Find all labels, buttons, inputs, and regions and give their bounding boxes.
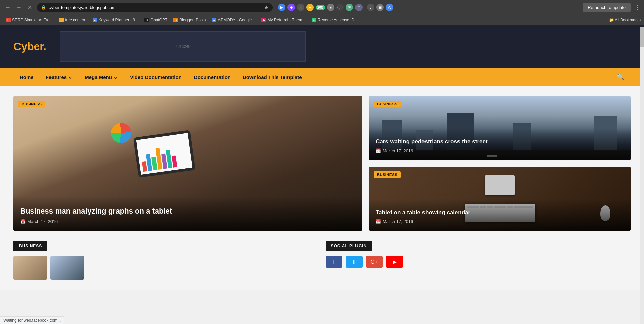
site-header: Cyber. 728x90 bbox=[0, 25, 644, 68]
card2-date-text: March 17, 2016 bbox=[383, 219, 413, 224]
business-thumb-2[interactable] bbox=[50, 256, 84, 280]
logo-text: Cyber bbox=[13, 40, 43, 53]
profile-icon[interactable]: A bbox=[386, 4, 393, 11]
nav-buttons: ← → ✕ bbox=[3, 3, 34, 12]
business-section: BUSINESS bbox=[13, 241, 319, 280]
calendar-icon: 📅 bbox=[20, 219, 26, 224]
website-content: Cyber. 728x90 Home Features ⌄ Mega Menu … bbox=[0, 25, 644, 290]
business-section-header: BUSINESS bbox=[13, 241, 319, 251]
trackpad bbox=[485, 175, 515, 195]
ext-icon-3[interactable]: △ bbox=[297, 4, 304, 11]
post-card-keyboard[interactable]: BUSINESS Tablet on a table showing calen… bbox=[369, 167, 631, 231]
scroll-thumb[interactable] bbox=[640, 27, 644, 47]
bar7 bbox=[172, 155, 177, 167]
right-column: BUSINESS Cars waiting pedestrians cross … bbox=[369, 96, 631, 231]
ext-icon-5[interactable]: ■ bbox=[327, 4, 334, 11]
nav-features[interactable]: Features ⌄ bbox=[40, 69, 79, 85]
nav-video-docs[interactable]: Video Documentation bbox=[124, 69, 188, 85]
post-card-city[interactable]: BUSINESS Cars waiting pedestrians cross … bbox=[369, 96, 631, 160]
browser-chrome: ← → ✕ 🔒 ★ ▶ ◆ △ ● 200 ■ </> ✉ ◻ ⇓ ▣ A Re… bbox=[0, 0, 644, 25]
ext-icon-6[interactable]: </> bbox=[336, 4, 344, 11]
nav-mega-menu[interactable]: Mega Menu ⌄ bbox=[78, 69, 124, 85]
bookmark-star-icon[interactable]: ★ bbox=[264, 4, 269, 11]
nav-mega-label: Mega Menu bbox=[84, 74, 112, 80]
address-bar[interactable] bbox=[49, 5, 261, 10]
nav-docs-label: Documentation bbox=[194, 74, 231, 80]
bottom-sections: BUSINESS SOCIAL PLUGIN f 𝕋 bbox=[13, 241, 631, 280]
ext-icon-7[interactable]: ✉ bbox=[346, 4, 353, 11]
nav-video-label: Video Documentation bbox=[130, 74, 182, 80]
bookmark-blogger-label: Blogger: Posts bbox=[179, 18, 206, 22]
relaunch-button[interactable]: Relaunch to update bbox=[583, 3, 631, 12]
cast-icon[interactable]: ▣ bbox=[376, 4, 384, 11]
chart-container bbox=[136, 133, 192, 175]
bookmark-referral[interactable]: ◆ My Referral - Them... bbox=[259, 17, 308, 23]
googleplus-button[interactable]: G+ bbox=[366, 256, 383, 268]
ext-icon-8[interactable]: ◻ bbox=[355, 4, 363, 11]
ext-icon-4[interactable]: ● bbox=[306, 4, 314, 11]
twitter-button[interactable]: 𝕋 bbox=[346, 256, 363, 268]
business-thumbnails bbox=[13, 256, 319, 280]
social-section-header: SOCIAL PLUGIN bbox=[326, 241, 631, 251]
bookmark-referral-label: My Referral - Them... bbox=[267, 18, 305, 22]
card2-overlay: Tablet on a table showing calendar 📅 Mar… bbox=[369, 199, 631, 231]
social-plugin-section: SOCIAL PLUGIN f 𝕋 G+ ▶ bbox=[326, 241, 631, 280]
bookmark-keyword-label: Keyword Planner - 9... bbox=[99, 18, 139, 22]
menu-dots[interactable]: ⋮ bbox=[635, 4, 641, 11]
ad-size-label: 728x90 bbox=[175, 44, 191, 49]
bookmark-chatgpt-label: ChatGPT bbox=[150, 18, 167, 22]
mega-chevron: ⌄ bbox=[113, 74, 118, 80]
bookmark-reverse[interactable]: ● Reverse Adsense ID... bbox=[309, 17, 361, 23]
nav-download[interactable]: Download This Template bbox=[237, 69, 308, 85]
youtube-button[interactable]: ▶ bbox=[386, 256, 403, 268]
card1-date: 📅 March 17, 2016 bbox=[376, 148, 624, 153]
scrollbar[interactable] bbox=[640, 27, 644, 290]
business-thumb-1[interactable] bbox=[13, 256, 47, 280]
bookmark-serp[interactable]: S SERP Simulator: Fre... bbox=[3, 17, 56, 23]
reload-button[interactable]: ✕ bbox=[25, 3, 34, 12]
nav-home[interactable]: Home bbox=[13, 69, 40, 85]
kw-favicon: ▲ bbox=[93, 18, 97, 22]
chatgpt-favicon: C bbox=[144, 18, 149, 22]
ext-icon-2[interactable]: ◆ bbox=[287, 4, 295, 11]
featured-post-date: 📅 March 17, 2016 bbox=[20, 219, 355, 224]
all-bookmarks[interactable]: 📁 All Bookmarks bbox=[609, 18, 641, 22]
ext-badge[interactable]: 200 bbox=[316, 5, 325, 10]
address-bar-container[interactable]: 🔒 ★ bbox=[37, 3, 273, 12]
nav-home-label: Home bbox=[20, 74, 34, 80]
bookmarks-bar: S SERP Simulator: Fre... ◯ free content … bbox=[0, 15, 644, 25]
tablet-device bbox=[133, 130, 195, 178]
site-logo[interactable]: Cyber. bbox=[13, 40, 46, 53]
logo-dot: . bbox=[43, 40, 46, 53]
card1-title: Cars waiting pedestrians cross the stree… bbox=[376, 138, 624, 145]
serp-favicon: S bbox=[6, 18, 11, 22]
bookmark-blogger[interactable]: B Blogger: Posts bbox=[171, 17, 208, 23]
bookmark-keyword[interactable]: ▲ Keyword Planner - 9... bbox=[90, 17, 141, 23]
site-main: BUSINESS Business man analyzing graphs o… bbox=[0, 86, 644, 290]
bookmark-reverse-label: Reverse Adsense ID... bbox=[318, 18, 358, 22]
card1-date-text: March 17, 2016 bbox=[383, 148, 413, 153]
business-section-title: BUSINESS bbox=[13, 241, 47, 251]
card2-category: BUSINESS bbox=[374, 171, 401, 178]
bookmark-chatgpt[interactable]: C ChatGPT bbox=[142, 17, 170, 23]
bookmark-free-content[interactable]: ◯ free content bbox=[56, 17, 89, 23]
nav-search-button[interactable]: 🔍 bbox=[611, 68, 631, 86]
bar1 bbox=[142, 161, 147, 172]
ext-icon-1[interactable]: ▶ bbox=[278, 4, 285, 11]
featured-post[interactable]: BUSINESS Business man analyzing graphs o… bbox=[13, 96, 362, 231]
bookmark-apmody[interactable]: ▲ APMODY - Google... bbox=[209, 17, 258, 23]
site-navigation: Home Features ⌄ Mega Menu ⌄ Video Docume… bbox=[0, 68, 644, 86]
lock-icon: 🔒 bbox=[41, 5, 46, 10]
bookmark-free-label: free content bbox=[65, 18, 86, 22]
back-button[interactable]: ← bbox=[3, 3, 13, 12]
featured-post-overlay: Business man analyzing graphs on a table… bbox=[13, 196, 362, 231]
bookmark-serp-label: SERP Simulator: Fre... bbox=[12, 18, 53, 22]
facebook-button[interactable]: f bbox=[326, 256, 342, 268]
forward-button[interactable]: → bbox=[14, 3, 24, 12]
nav-docs[interactable]: Documentation bbox=[188, 69, 237, 85]
blogger-favicon: B bbox=[173, 18, 178, 22]
download-icon[interactable]: ⇓ bbox=[367, 4, 374, 11]
search-icon: 🔍 bbox=[617, 74, 624, 80]
card2-date: 📅 March 17, 2016 bbox=[376, 219, 624, 224]
nav-features-label: Features bbox=[46, 74, 67, 80]
